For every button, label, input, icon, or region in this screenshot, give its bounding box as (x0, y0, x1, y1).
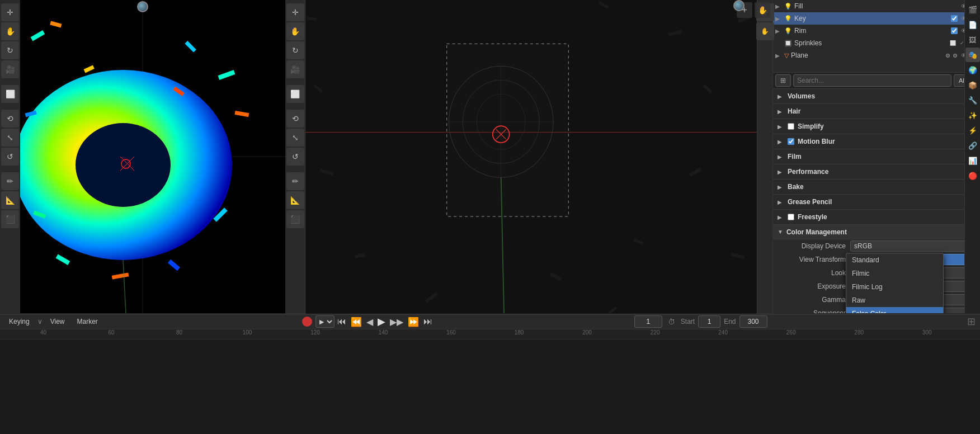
view-layer-props-btn[interactable]: 🖼 (965, 32, 980, 47)
center-measure[interactable]: 📐 (286, 191, 304, 209)
section-volumes: ▶ Volumes (773, 89, 980, 104)
section-bake-header[interactable]: ▶ Bake (773, 180, 980, 194)
center-cam-tool[interactable]: 🎥 (286, 60, 304, 78)
sequencer-label: Sequencer (784, 309, 846, 313)
nav-sphere-left[interactable] (137, 1, 148, 12)
center-viewport[interactable]: + ✋ ✛ ✋ ↻ 🎥 ⬜ ⟲ ⤡ ↺ ✏ 📐 ⬛ ✛ ✋ (285, 0, 773, 314)
color-management-header[interactable]: ▼ Color Management (773, 225, 980, 239)
volumes-title: Volumes (788, 92, 976, 100)
record-btn[interactable] (302, 317, 312, 327)
section-simplify-header[interactable]: ▶ Simplify (773, 119, 980, 134)
prev-frame-btn[interactable]: ◀ (365, 317, 375, 327)
section-volumes-header[interactable]: ▶ Volumes (773, 89, 980, 103)
keying-menu[interactable]: Keying (4, 317, 34, 327)
display-mode-btn[interactable]: ⊞ (775, 74, 791, 87)
freestyle-title: Freestyle (798, 213, 976, 221)
nav-sphere-center[interactable] (733, 0, 745, 11)
outliner-item-sprinkles[interactable]: 🔲 Sprinkles ⬜ ✓ 👁 (773, 37, 980, 49)
section-performance-header[interactable]: ▶ Performance (773, 164, 980, 179)
left-viewport[interactable]: ✛ ✋ ↻ 🎥 ⬜ ⟲ ⤡ ↺ ✏ 📐 ⬛ (0, 0, 285, 313)
right-pan-tool[interactable]: ✋ (756, 22, 774, 40)
dropdown-raw[interactable]: Raw (846, 294, 943, 307)
section-grease-pencil: ▶ Grease Pencil (773, 195, 980, 210)
center-transform[interactable]: ⟲ (286, 110, 304, 128)
move-tool[interactable]: ✋ (1, 22, 19, 40)
properties-scroll: ▶ Volumes ▶ Hair ▶ Simplify (773, 89, 980, 313)
outliner-item-plane[interactable]: ▶ ▽ Plane ⚙ ⚙ 👁 📷 (773, 49, 980, 62)
scale-tool[interactable]: ⤡ (1, 129, 19, 147)
cube-add-tool[interactable]: ⬛ (1, 210, 19, 228)
center-viewport-toolbar: + ✋ (734, 0, 772, 20)
object-props-btn[interactable]: 📦 (965, 78, 980, 92)
outliner-item-key[interactable]: ▶ 💡 Key 👁 📷 (773, 12, 980, 25)
dropdown-standard[interactable]: Standard (846, 253, 943, 267)
scene-props-btn[interactable]: 🎭 (965, 48, 980, 62)
playback-mode-select[interactable]: ▶ (315, 315, 334, 328)
simplify-checkbox[interactable] (788, 123, 794, 130)
current-frame-input[interactable]: 1 (634, 315, 662, 328)
orbit-tool[interactable]: ↻ (1, 41, 19, 59)
play-btn-main[interactable]: ▶ (376, 315, 387, 328)
sprinkles-restrict1[interactable]: ⬜ (950, 39, 958, 47)
display-device-label: Display Device (784, 242, 846, 250)
jump-start-btn[interactable]: ⏮ (336, 317, 348, 327)
material-props-btn[interactable]: 🔴 (965, 168, 980, 183)
keying-dropdown-arrow[interactable]: ∨ (37, 318, 43, 326)
key-checkbox[interactable] (951, 15, 958, 22)
dropdown-filmic[interactable]: Filmic (846, 267, 943, 280)
next-frame-btn[interactable]: ▶▶ (388, 317, 405, 327)
center-rotate[interactable]: ↺ (286, 148, 304, 166)
gamma-label: Gamma (784, 296, 846, 304)
physics-props-btn[interactable]: ⚡ (965, 123, 980, 138)
output-props-btn[interactable]: 📄 (965, 17, 980, 32)
measure-tool[interactable]: 📐 (1, 191, 19, 209)
section-freestyle-header[interactable]: ▶ Freestyle (773, 210, 980, 224)
ruler-80: 80 (176, 329, 182, 336)
section-motion-blur-header[interactable]: ▶ Motion Blur (773, 134, 980, 149)
jump-end-btn[interactable]: ⏭ (422, 317, 434, 327)
data-props-btn[interactable]: 📊 (965, 153, 980, 168)
motion-blur-checkbox[interactable] (788, 138, 794, 145)
center-scale[interactable]: ⤡ (286, 129, 304, 147)
center-right-toolbar: ✛ ✋ (757, 0, 772, 314)
particles-props-btn[interactable]: ✨ (965, 108, 980, 122)
annotate-tool[interactable]: ✏ (1, 172, 19, 190)
freestyle-checkbox[interactable] (788, 214, 794, 220)
center-cursor-tool[interactable]: ✛ (286, 3, 304, 21)
section-grease-pencil-header[interactable]: ▶ Grease Pencil (773, 195, 980, 209)
next-keyframe-btn[interactable]: ⏩ (406, 317, 421, 327)
modifier-props-btn[interactable]: 🔧 (965, 93, 980, 107)
center-cube[interactable]: ⬛ (286, 210, 304, 228)
camera-tool[interactable]: 🎥 (1, 60, 19, 78)
prev-keyframe-btn[interactable]: ⏪ (349, 317, 364, 327)
simplify-arrow: ▶ (778, 124, 784, 130)
cursor-tool[interactable]: ✛ (1, 3, 19, 21)
end-frame-input[interactable]: 300 (739, 315, 767, 328)
center-orbit-tool[interactable]: ↻ (286, 41, 304, 59)
expand-arrow-plane: ▶ (775, 53, 782, 59)
center-annotate[interactable]: ✏ (286, 172, 304, 190)
marker-menu[interactable]: Marker (73, 317, 102, 327)
section-film-header[interactable]: ▶ Film (773, 149, 980, 164)
section-hair-header[interactable]: ▶ Hair (773, 104, 980, 119)
rotate-tool[interactable]: ↺ (1, 148, 19, 166)
transform-tool[interactable]: ⟲ (1, 110, 19, 128)
view-menu[interactable]: View (46, 317, 69, 327)
render-props-btn[interactable]: 🎬 (965, 2, 980, 17)
constraints-props-btn[interactable]: 🔗 (965, 138, 980, 153)
dropdown-filmic-log[interactable]: Filmic Log (846, 280, 943, 294)
select-box-tool[interactable]: ⬜ (1, 85, 19, 103)
center-box-select[interactable]: ⬜ (286, 85, 304, 103)
rim-icon: 💡 (784, 27, 792, 35)
dropdown-false-color[interactable]: False Color (846, 307, 943, 313)
world-props-btn[interactable]: 🌍 (965, 63, 980, 77)
pan-btn[interactable]: ✋ (755, 2, 770, 18)
outliner-item-rim[interactable]: ▶ 💡 Rim 👁 📷 (773, 25, 980, 37)
outliner-item-fill[interactable]: ▶ 💡 Fill 👁 📷 (773, 0, 980, 12)
center-pan-tool[interactable]: ✋ (286, 22, 304, 40)
search-input[interactable] (793, 74, 951, 87)
ruler-240: 240 (718, 329, 728, 336)
start-frame-input[interactable]: 1 (698, 315, 720, 328)
display-device-value[interactable]: sRGB ▼ (850, 240, 973, 252)
rim-checkbox[interactable] (951, 27, 958, 34)
